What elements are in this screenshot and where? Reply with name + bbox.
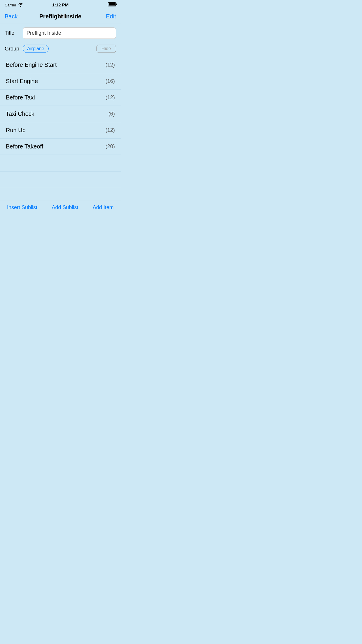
empty-row-1 — [0, 172, 121, 188]
bottom-toolbar: Insert Sublist Add Sublist Add Item — [0, 200, 121, 215]
wifi-icon — [18, 3, 23, 7]
battery-container — [108, 2, 116, 8]
list-item-name: Start Engine — [6, 78, 38, 85]
back-button[interactable]: Back — [5, 13, 22, 20]
list-item[interactable]: Taxi Check (6) — [0, 106, 121, 122]
status-left: Carrier — [5, 3, 23, 7]
title-input[interactable] — [23, 27, 116, 39]
insert-sublist-button[interactable]: Insert Sublist — [7, 204, 37, 211]
list-item[interactable]: Before Taxi (12) — [0, 90, 121, 106]
nav-bar: Back Add Preflight Inside Edit — [0, 9, 121, 24]
status-bar: Carrier 1:12 PM — [0, 0, 121, 9]
title-row: Title — [0, 24, 121, 42]
list-item-count: (12) — [106, 62, 115, 68]
add-item-button[interactable]: Add Item — [93, 204, 114, 211]
add-sublist-button[interactable]: Add Sublist — [52, 204, 78, 211]
list-item-count: (20) — [106, 144, 115, 150]
group-label: Group — [5, 46, 19, 52]
list-item-name: Before Engine Start — [6, 62, 57, 68]
list-item-count: (16) — [106, 78, 115, 84]
group-row: Group Airplane Hide — [0, 42, 121, 57]
list-item-count: (6) — [108, 111, 115, 117]
battery-icon — [108, 2, 116, 6]
main-content: Title Group Airplane Hide Before Engine … — [0, 24, 121, 215]
list-item[interactable]: Before Takeoff (20) — [0, 139, 121, 155]
list-item-name: Before Takeoff — [6, 143, 43, 150]
list-item-name: Taxi Check — [6, 111, 34, 117]
status-time: 1:12 PM — [52, 2, 69, 7]
list-item[interactable]: Run Up (12) — [0, 122, 121, 139]
list-item-name: Run Up — [6, 127, 26, 134]
hide-button[interactable]: Hide — [96, 45, 116, 53]
empty-row-0 — [0, 155, 121, 172]
list-item-count: (12) — [106, 94, 115, 101]
list-item-count: (12) — [106, 127, 115, 133]
group-tag-airplane[interactable]: Airplane — [23, 45, 49, 53]
list-item-name: Before Taxi — [6, 94, 35, 101]
list-item[interactable]: Start Engine (16) — [0, 73, 121, 90]
carrier-label: Carrier — [5, 3, 16, 7]
edit-button[interactable]: Edit — [99, 13, 116, 20]
title-label: Title — [5, 30, 19, 36]
list-item[interactable]: Before Engine Start (12) — [0, 57, 121, 73]
nav-title: Preflight Inside — [39, 13, 81, 20]
list-container: Before Engine Start (12) Start Engine (1… — [0, 57, 121, 215]
